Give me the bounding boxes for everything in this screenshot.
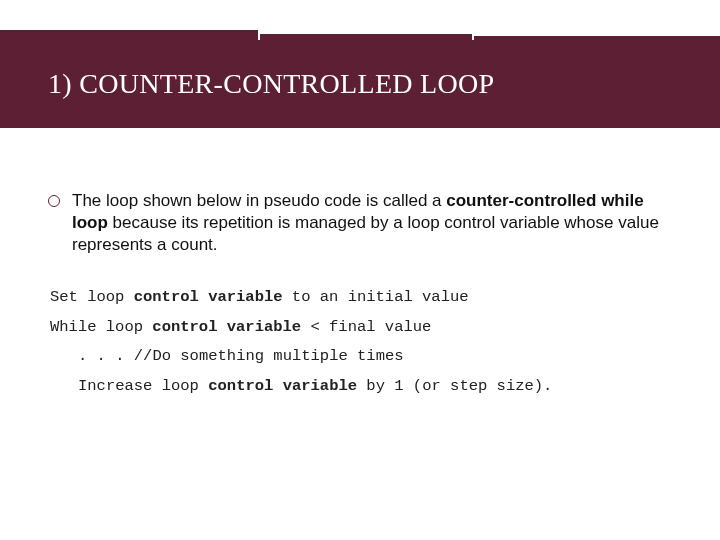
code-line: While loop control variable < final valu… — [50, 313, 672, 342]
code-bold: control variable — [152, 318, 301, 336]
code-bold: control variable — [208, 377, 357, 395]
code-line: Increase loop control variable by 1 (or … — [50, 372, 672, 401]
code-text: Increase loop control variable by 1 (or … — [50, 372, 552, 401]
slide-title: 1) COUNTER-CONTROLLED LOOP — [48, 68, 680, 100]
code-bold: control variable — [134, 288, 283, 306]
code-text: to an initial value — [283, 288, 469, 306]
decorative-segment — [0, 30, 258, 40]
bullet-text-post: because its repetition is managed by a l… — [72, 213, 659, 254]
code-text: While loop — [50, 318, 152, 336]
code-text: < final value — [301, 318, 431, 336]
decorative-top-bar — [0, 0, 720, 40]
code-text: by 1 (or step size). — [357, 377, 552, 395]
code-text: Set loop — [50, 288, 134, 306]
bullet-item: The loop shown below in pseudo code is c… — [48, 190, 672, 255]
slide-body: The loop shown below in pseudo code is c… — [48, 190, 672, 401]
code-text: Increase loop — [78, 377, 208, 395]
title-band: 1) COUNTER-CONTROLLED LOOP — [0, 40, 720, 128]
bullet-text-pre: The loop shown below in pseudo code is c… — [72, 191, 446, 210]
pseudocode-block: Set loop control variable to an initial … — [50, 283, 672, 401]
code-text: . . . //Do something multiple times — [50, 342, 404, 371]
code-line: . . . //Do something multiple times — [50, 342, 672, 371]
code-line: Set loop control variable to an initial … — [50, 283, 672, 312]
hollow-circle-icon — [48, 195, 60, 207]
bullet-text: The loop shown below in pseudo code is c… — [72, 190, 672, 255]
